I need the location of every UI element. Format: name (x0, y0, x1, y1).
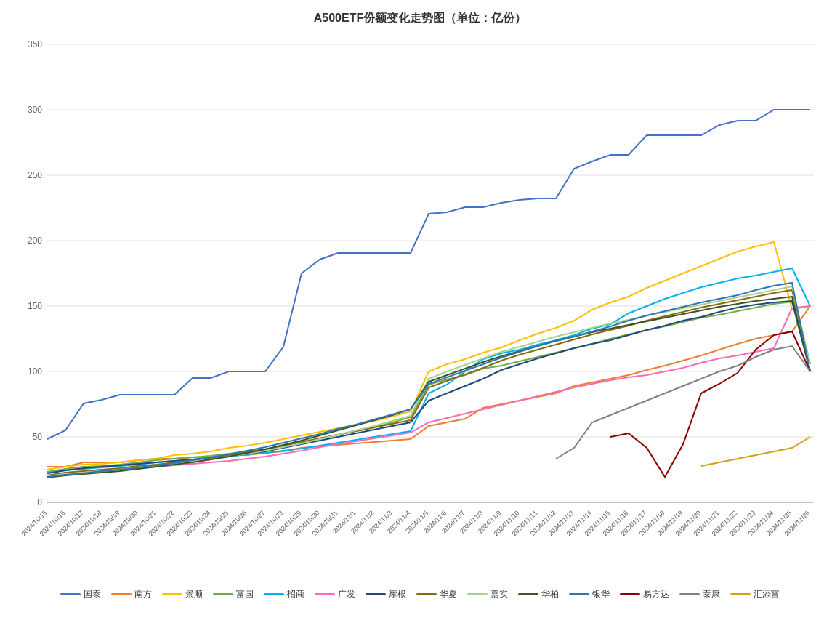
legend-label-jiashi: 嘉实 (490, 588, 508, 600)
svg-text:300: 300 (28, 105, 42, 115)
legend-label-guotai: 国泰 (84, 588, 101, 600)
legend-item-taikang: 泰康 (679, 588, 720, 600)
svg-text:100: 100 (28, 366, 42, 377)
legend-line-guangfa (315, 593, 335, 595)
legend-item-yifangda: 易方达 (620, 588, 669, 600)
legend-line-jiashi (467, 593, 488, 595)
legend-line-zhaoshang (264, 593, 284, 595)
legend-line-guotai (60, 593, 81, 595)
legend-item-guotai: 国泰 (60, 588, 101, 600)
legend-item-guangfa: 广发 (315, 588, 355, 600)
svg-text:200: 200 (28, 236, 42, 246)
main-chart-svg: 350 300 250 200 150 100 50 0 (0, 30, 840, 582)
legend-label-nanfang: 南方 (134, 588, 152, 600)
legend-item-huitianfu: 汇添富 (730, 588, 780, 600)
legend-line-huaxia (416, 593, 437, 595)
legend-line-yinhua (569, 593, 589, 595)
legend-item-huabo: 华柏 (518, 588, 559, 600)
legend-item-fuguo: 富国 (213, 588, 254, 600)
chart-legend: 国泰 南方 景顺 富国 招商 广发 摩根 华夏 (0, 582, 840, 600)
svg-text:50: 50 (33, 432, 43, 442)
legend-label-zhaoshang: 招商 (287, 588, 304, 600)
legend-label-jingshun: 景顺 (185, 588, 203, 600)
legend-line-huitianfu (730, 593, 751, 595)
legend-label-guangfa: 广发 (338, 588, 355, 600)
legend-item-jiashi: 嘉实 (467, 588, 508, 600)
svg-text:350: 350 (28, 39, 42, 49)
legend-label-huabo: 华柏 (541, 588, 559, 600)
svg-text:250: 250 (28, 170, 42, 180)
legend-label-yinhua: 银华 (592, 588, 610, 600)
legend-line-taikang (679, 593, 700, 595)
chart-title: A500ETF份额变化走势图（单位：亿份） (0, 0, 840, 30)
legend-line-mogen (366, 593, 386, 595)
legend-label-huaxia: 华夏 (440, 588, 457, 600)
legend-label-yifangda: 易方达 (643, 588, 669, 600)
legend-item-mogen: 摩根 (366, 588, 406, 600)
legend-label-fuguo: 富国 (236, 588, 254, 600)
legend-line-fuguo (213, 593, 233, 595)
legend-item-nanfang: 南方 (111, 588, 152, 600)
legend-label-taikang: 泰康 (703, 588, 720, 600)
legend-label-huitianfu: 汇添富 (754, 588, 780, 600)
legend-item-yinhua: 银华 (569, 588, 610, 600)
legend-line-jingshun (162, 593, 182, 595)
legend-item-jingshun: 景顺 (162, 588, 203, 600)
legend-label-mogen: 摩根 (389, 588, 406, 600)
legend-item-zhaoshang: 招商 (264, 588, 304, 600)
legend-line-yifangda (620, 593, 640, 595)
legend-item-huaxia: 华夏 (416, 588, 457, 600)
legend-line-nanfang (111, 593, 132, 595)
svg-text:150: 150 (28, 301, 42, 311)
svg-text:0: 0 (37, 497, 42, 507)
legend-line-huabo (518, 593, 538, 595)
chart-container: A500ETF份额变化走势图（单位：亿份） 350 300 250 200 15… (0, 0, 840, 623)
